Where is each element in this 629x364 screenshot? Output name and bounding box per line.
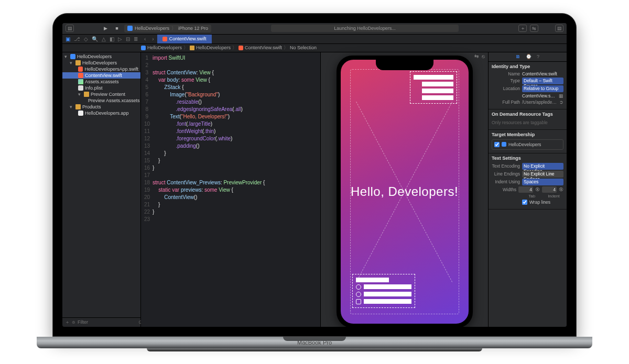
wrap-lines-checkbox-row[interactable]: Wrap lines xyxy=(522,200,550,205)
inspector-panel: 🗎 ⌚ ? Identity and Type NameContentView.… xyxy=(488,52,567,327)
preview-canvas: ⇆ ⎋ Hell xyxy=(320,52,488,327)
clock-icon xyxy=(356,292,361,297)
tab-filename: ContentView.swift xyxy=(169,36,207,41)
issue-nav-icon[interactable]: △ xyxy=(102,36,106,42)
tree-file[interactable]: Info.plist xyxy=(62,85,140,91)
file-tree[interactable]: ▾HelloDevelopers ▾HelloDevelopers HelloD… xyxy=(62,52,140,317)
code-review-button[interactable]: ⇋ xyxy=(530,25,538,32)
editor-breadcrumb[interactable]: HelloDevelopers 〉 HelloDevelopers 〉 Cont… xyxy=(62,44,567,52)
ondemand-note: Only resources are taggable xyxy=(492,119,563,126)
indent-using-dropdown[interactable]: Spaces xyxy=(522,179,563,185)
project-icon xyxy=(141,46,146,50)
tree-project-root[interactable]: ▾HelloDevelopers xyxy=(62,53,140,60)
filter-input[interactable] xyxy=(78,319,136,325)
history-inspector-tab-icon[interactable]: ⌚ xyxy=(526,54,532,59)
section-title: Target Membership xyxy=(492,132,563,137)
back-arrow-icon[interactable]: ‹ xyxy=(141,36,149,42)
tab-width-stepper[interactable] xyxy=(518,186,533,193)
source-control-nav-icon[interactable]: ⎇ xyxy=(74,36,80,42)
swift-file-icon xyxy=(78,67,83,72)
activity-status: Launching HelloDevelopers... xyxy=(214,25,515,32)
project-icon xyxy=(127,26,133,31)
source-text[interactable]: import SwiftUI struct ContentView: View … xyxy=(153,52,265,327)
location-dropdown[interactable]: Relative to Group xyxy=(522,85,563,92)
file-inspector-tab-icon[interactable]: 🗎 xyxy=(516,54,520,59)
scheme-selector[interactable]: HelloDevelopers 〉 iPhone 12 Pro xyxy=(124,25,211,32)
section-title: Text Settings xyxy=(492,156,563,161)
run-button[interactable]: ▶ xyxy=(101,25,110,32)
device-frame: Hello, Developers! xyxy=(337,56,473,327)
canvas-toolbar: ⇆ ⎋ xyxy=(474,53,485,59)
report-nav-icon[interactable]: ≣ xyxy=(134,36,138,42)
laptop-hinge-notch xyxy=(283,337,346,341)
canvas-adjust-icon[interactable]: ⇆ xyxy=(474,53,479,59)
tree-group[interactable]: ▾Products xyxy=(62,104,140,110)
encoding-dropdown[interactable]: No Explicit Encoding xyxy=(522,163,563,170)
library-button[interactable]: ＋ xyxy=(518,25,527,32)
symbol-nav-icon[interactable]: ◇ xyxy=(84,36,88,42)
tree-group[interactable]: ▾HelloDevelopers xyxy=(62,60,140,66)
filter-icon: ⊚ xyxy=(72,320,75,325)
name-value[interactable]: ContentView.swift xyxy=(522,71,563,76)
indent-width-stepper[interactable] xyxy=(542,186,557,193)
type-dropdown[interactable]: Default – Swift Source xyxy=(522,78,563,84)
folder-icon xyxy=(75,60,81,65)
canvas-settings-icon[interactable]: ⎋ xyxy=(482,53,485,59)
test-nav-icon[interactable]: ◧ xyxy=(110,36,114,42)
scheme-project-label: HelloDevelopers xyxy=(135,26,169,31)
folder-icon xyxy=(75,104,81,109)
reveal-arrow-icon[interactable]: ➲ xyxy=(559,100,563,105)
laptop-frame: ▤ ▶ ■ HelloDevelopers 〉 iPhone 12 Pro La… xyxy=(52,13,577,351)
tree-file-selected[interactable]: ContentView.swift xyxy=(62,72,140,79)
line-endings-dropdown[interactable]: No Explicit Line Endings xyxy=(522,171,563,178)
identity-section: Identity and Type NameContentView.swift … xyxy=(489,62,567,109)
find-nav-icon[interactable]: 🔍 xyxy=(92,36,98,42)
scheme-device-label: iPhone 12 Pro xyxy=(178,26,208,31)
swift-file-icon xyxy=(162,37,167,41)
editor-tab[interactable]: ContentView.swift xyxy=(157,35,212,43)
app-target-icon xyxy=(502,142,506,147)
code-view[interactable]: 1234567891011121314151617181920212223 im… xyxy=(141,52,320,327)
xcode-window: ▤ ▶ ■ HelloDevelopers 〉 iPhone 12 Pro La… xyxy=(62,23,567,327)
xcode-toolbar: ▤ ▶ ■ HelloDevelopers 〉 iPhone 12 Pro La… xyxy=(62,23,567,35)
debug-nav-icon[interactable]: ▷ xyxy=(118,36,122,42)
tree-group[interactable]: ▾Preview Content xyxy=(62,91,140,97)
tree-file[interactable]: HelloDevelopers.app xyxy=(62,110,140,116)
text-settings-section: Text Settings Text EncodingNo Explicit E… xyxy=(489,153,567,209)
project-navigator: ▾HelloDevelopers ▾HelloDevelopers HelloD… xyxy=(62,52,141,327)
swift-file-icon xyxy=(238,46,243,50)
selection-overlay-top[interactable] xyxy=(410,71,457,104)
target-membership-section: Target Membership HelloDevelopers xyxy=(489,130,567,153)
locate-folder-icon[interactable]: ▦ xyxy=(559,93,563,98)
tree-file[interactable]: Assets.xcassets xyxy=(62,79,140,85)
target-checkbox-row[interactable]: HelloDevelopers xyxy=(494,142,561,147)
status-text: Launching HelloDevelopers... xyxy=(271,25,459,32)
inspector-tabs: 🗎 ⌚ ? xyxy=(489,52,567,62)
source-editor: 1234567891011121314151617181920212223 im… xyxy=(141,52,488,327)
stop-button[interactable]: ■ xyxy=(113,25,121,32)
screen-bezel: ▤ ▶ ■ HelloDevelopers 〉 iPhone 12 Pro La… xyxy=(52,13,577,337)
section-title: Identity and Type xyxy=(492,64,563,69)
help-inspector-tab-icon[interactable]: ? xyxy=(537,54,539,59)
ondemand-section: On Demand Resource Tags Only resources a… xyxy=(489,109,567,130)
wrap-lines-checkbox[interactable] xyxy=(522,200,527,205)
project-nav-icon[interactable]: ▣ xyxy=(66,36,70,42)
preview-text: Hello, Developers! xyxy=(351,184,458,199)
section-title: On Demand Resource Tags xyxy=(492,112,563,117)
tree-file[interactable]: HelloDevelopersApp.swift xyxy=(62,66,140,72)
breakpoint-nav-icon[interactable]: ⊟ xyxy=(126,36,130,42)
plist-icon xyxy=(78,85,83,91)
selection-overlay-bottom[interactable] xyxy=(352,274,415,308)
target-checkbox[interactable] xyxy=(494,142,500,147)
forward-arrow-icon[interactable]: › xyxy=(149,36,157,42)
inspector-toggle-button[interactable]: ▤ xyxy=(555,25,563,32)
circle-icon xyxy=(356,284,361,290)
device-notch xyxy=(376,60,433,70)
add-target-icon[interactable]: ＋ xyxy=(65,319,70,326)
tree-file[interactable]: Preview Assets.xcassets xyxy=(62,97,140,104)
line-gutter: 1234567891011121314151617181920212223 xyxy=(141,52,153,327)
device-screen[interactable]: Hello, Developers! xyxy=(341,60,469,324)
folder-icon xyxy=(190,46,194,50)
laptop-base: MacBook Pro xyxy=(37,337,592,348)
navigator-toggle-button[interactable]: ▤ xyxy=(66,25,74,32)
